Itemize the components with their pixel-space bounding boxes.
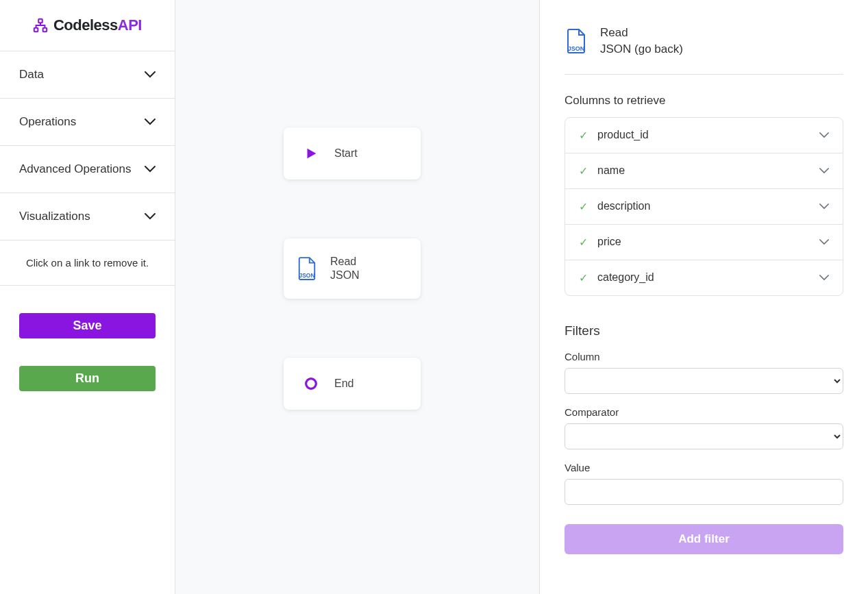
columns-section-label: Columns to retrieve xyxy=(565,94,843,108)
node-start[interactable]: Start xyxy=(284,127,421,180)
column-name: product_id xyxy=(597,129,810,141)
check-icon: ✓ xyxy=(579,164,588,177)
details-header[interactable]: JSON Read JSON (go back) xyxy=(565,25,843,75)
node-label: Read JSON xyxy=(330,255,360,282)
add-filter-button[interactable]: Add filter xyxy=(565,524,843,554)
chevron-down-icon xyxy=(145,166,156,173)
check-icon: ✓ xyxy=(579,200,588,213)
svg-text:JSON: JSON xyxy=(568,45,585,52)
canvas[interactable]: Start JSON Read JSON End xyxy=(175,0,539,594)
filter-column-label: Column xyxy=(565,351,843,362)
svg-rect-1 xyxy=(34,28,38,32)
play-icon xyxy=(300,143,322,164)
hierarchy-icon xyxy=(33,18,48,33)
run-button[interactable]: Run xyxy=(19,366,156,391)
column-name: price xyxy=(597,236,810,248)
chevron-down-icon xyxy=(145,213,156,220)
column-row[interactable]: ✓ category_id xyxy=(565,260,843,295)
svg-text:JSON: JSON xyxy=(299,272,315,279)
column-name: name xyxy=(597,164,810,177)
sidebar-item-label: Visualizations xyxy=(19,210,90,223)
column-row[interactable]: ✓ description xyxy=(565,189,843,225)
chevron-down-icon xyxy=(819,275,829,281)
filter-value-input[interactable] xyxy=(565,479,843,505)
filter-comparator-select[interactable] xyxy=(565,423,843,449)
brand-logo[interactable]: CodelessAPI xyxy=(0,0,175,51)
chevron-down-icon xyxy=(819,239,829,245)
circle-outline-icon xyxy=(300,373,322,395)
filters-heading: Filters xyxy=(565,323,843,338)
svg-rect-2 xyxy=(43,28,47,32)
helper-text: Click on a link to remove it. xyxy=(0,240,175,286)
sidebar-item-operations[interactable]: Operations xyxy=(0,99,175,145)
svg-rect-0 xyxy=(38,19,42,23)
sidebar-item-advanced-operations[interactable]: Advanced Operations xyxy=(0,146,175,193)
sidebar-item-data[interactable]: Data xyxy=(0,51,175,98)
filter-comparator-label: Comparator xyxy=(565,406,843,418)
brand-text: CodelessAPI xyxy=(53,16,142,34)
column-name: category_id xyxy=(597,271,810,284)
save-button[interactable]: Save xyxy=(19,313,156,338)
node-end[interactable]: End xyxy=(284,358,421,410)
node-label: End xyxy=(334,377,354,391)
node-label: Start xyxy=(334,147,358,160)
chevron-down-icon xyxy=(145,119,156,125)
chevron-down-icon xyxy=(819,203,829,210)
details-title-line2: JSON (go back) xyxy=(600,41,683,58)
sidebar-item-label: Data xyxy=(19,68,44,82)
column-row[interactable]: ✓ price xyxy=(565,225,843,260)
json-file-icon: JSON xyxy=(565,28,588,54)
sidebar: CodelessAPI Data Operations Advanced Ope… xyxy=(0,0,175,594)
filter-value-label: Value xyxy=(565,462,843,473)
sidebar-item-visualizations[interactable]: Visualizations xyxy=(0,193,175,240)
svg-point-4 xyxy=(306,379,317,389)
json-file-icon: JSON xyxy=(296,258,318,280)
column-name: description xyxy=(597,200,810,212)
column-row[interactable]: ✓ product_id xyxy=(565,118,843,153)
check-icon: ✓ xyxy=(579,271,588,284)
column-row[interactable]: ✓ name xyxy=(565,153,843,189)
node-read-json[interactable]: JSON Read JSON xyxy=(284,238,421,299)
columns-list: ✓ product_id ✓ name ✓ description ✓ pric… xyxy=(565,117,843,296)
chevron-down-icon xyxy=(819,132,829,138)
chevron-down-icon xyxy=(819,168,829,174)
sidebar-item-label: Operations xyxy=(19,115,76,129)
details-title-line1: Read xyxy=(600,25,683,41)
filter-column-select[interactable] xyxy=(565,368,843,394)
check-icon: ✓ xyxy=(579,236,588,249)
check-icon: ✓ xyxy=(579,129,588,142)
details-panel: JSON Read JSON (go back) Columns to retr… xyxy=(539,0,868,594)
chevron-down-icon xyxy=(145,71,156,78)
sidebar-item-label: Advanced Operations xyxy=(19,162,132,176)
